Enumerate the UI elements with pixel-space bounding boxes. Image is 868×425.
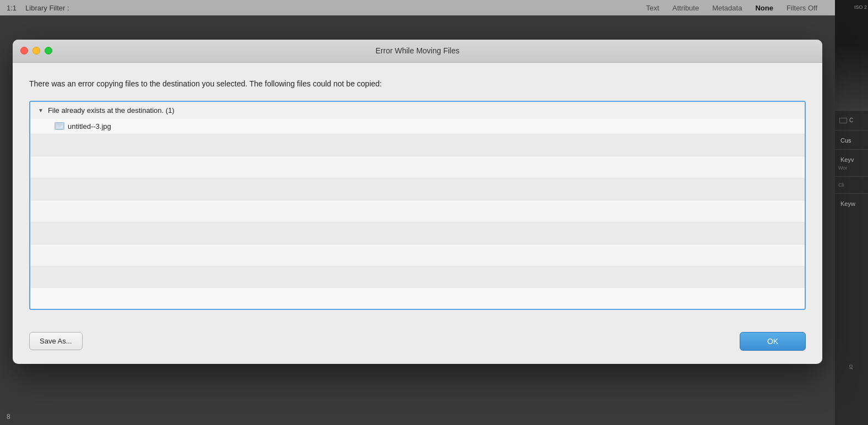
empty-row-2 bbox=[30, 156, 805, 178]
keyword2-section: Cli bbox=[835, 176, 868, 193]
file-icon bbox=[55, 122, 64, 130]
file-row: untitled--3.jpg bbox=[30, 119, 805, 134]
maximize-button[interactable] bbox=[45, 47, 52, 55]
svg-rect-1 bbox=[57, 124, 63, 125]
dialog-title: Error While Moving Files bbox=[376, 46, 459, 55]
iso-section: C bbox=[835, 110, 868, 130]
empty-row-6 bbox=[30, 244, 805, 266]
window-controls bbox=[20, 47, 52, 55]
expand-icon[interactable]: ▼ bbox=[38, 107, 44, 113]
right-panel: ISO 2 C Cus Keyv Wor Cli Keyw or bbox=[835, 0, 868, 425]
save-as-button[interactable]: Save As... bbox=[29, 332, 83, 350]
tree-header-row: ▼ File already exists at the destination… bbox=[30, 102, 805, 119]
keyword3-section: Keyw bbox=[835, 193, 868, 212]
error-message: There was an error copying files to the … bbox=[29, 78, 806, 90]
tree-header-label: File already exists at the destination. … bbox=[48, 106, 175, 115]
modal-overlay: Error While Moving Files There was an er… bbox=[0, 0, 835, 425]
dialog-footer: Save As... OK bbox=[13, 323, 822, 364]
histogram: ISO 2 bbox=[835, 0, 868, 110]
dialog-titlebar: Error While Moving Files bbox=[13, 40, 822, 63]
ok-button[interactable]: OK bbox=[740, 332, 806, 351]
keyword-section: Keyv Wor bbox=[835, 149, 868, 176]
custom-label: Cus bbox=[838, 133, 854, 148]
close-button[interactable] bbox=[20, 47, 28, 55]
keyword3-label: Keyw bbox=[838, 197, 858, 210]
svg-rect-2 bbox=[57, 126, 62, 126]
empty-rows bbox=[30, 134, 805, 288]
empty-row-7 bbox=[30, 266, 805, 288]
cli-label: Cli bbox=[838, 181, 865, 189]
svg-rect-3 bbox=[57, 127, 61, 127]
custom-section: Cus bbox=[835, 130, 868, 149]
file-list-container: ▼ File already exists at the destination… bbox=[29, 101, 806, 310]
empty-row-4 bbox=[30, 200, 805, 222]
keyword-label: Keyv bbox=[838, 153, 856, 166]
empty-row-3 bbox=[30, 178, 805, 200]
error-dialog: Error While Moving Files There was an er… bbox=[13, 40, 822, 364]
checkbox-label: C bbox=[849, 117, 853, 123]
dialog-body: There was an error copying files to the … bbox=[13, 63, 822, 323]
or-label: or bbox=[848, 364, 855, 370]
empty-row-1 bbox=[30, 134, 805, 156]
iso-label: ISO 2 bbox=[854, 4, 867, 10]
empty-row-5 bbox=[30, 222, 805, 244]
file-name: untitled--3.jpg bbox=[68, 122, 111, 130]
minimize-button[interactable] bbox=[32, 47, 40, 55]
